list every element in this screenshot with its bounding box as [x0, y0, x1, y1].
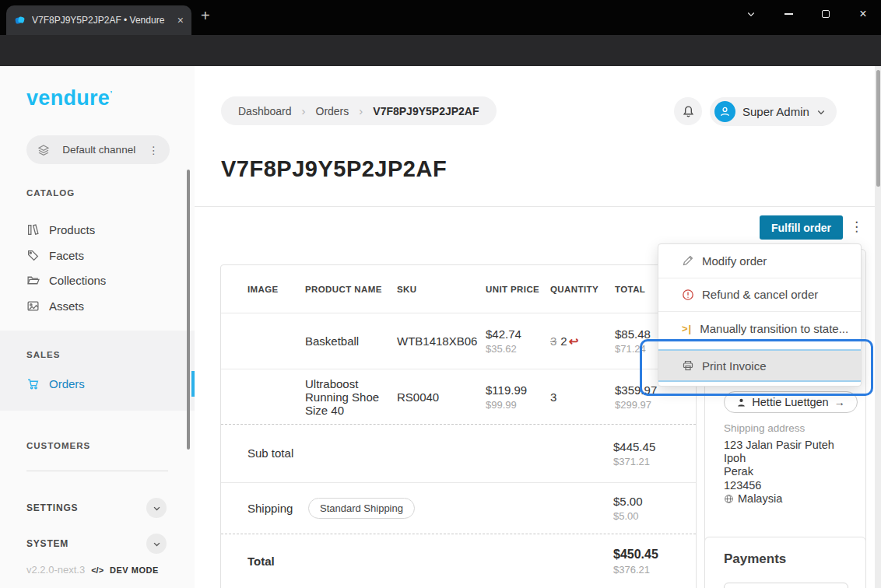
- shipping-method-badge: Standard Shipping: [308, 498, 415, 519]
- tab-title: V7F8PJ9Y5P2JP2AF • Vendure: [32, 15, 171, 26]
- address-country: Malaysia: [738, 492, 782, 506]
- address-city: Ipoh: [724, 452, 834, 465]
- subtotal-net: $371.21: [613, 456, 696, 467]
- unit-price-net: $99.99: [486, 399, 550, 411]
- subtotal-label: Sub total: [247, 445, 302, 462]
- total-net: $376.21: [613, 564, 696, 576]
- col-unit-price: UNIT PRICE: [486, 285, 550, 294]
- quantity: 3: [550, 390, 615, 404]
- chevron-down-icon[interactable]: [146, 498, 167, 518]
- sidebar-item-facets[interactable]: Facets: [0, 243, 195, 268]
- product-sku: RS0040: [397, 390, 486, 404]
- payment-detail-box: [724, 583, 848, 588]
- folder-icon: [26, 274, 40, 287]
- window-minimize-button[interactable]: [775, 3, 802, 25]
- highlight-annotation-box: [640, 339, 873, 396]
- channel-selector[interactable]: Default channel ⋮: [26, 135, 170, 164]
- product-name[interactable]: Basketball: [305, 334, 397, 348]
- chevron-down-icon: [816, 107, 826, 117]
- section-label-customers: CUSTOMERS: [26, 441, 90, 450]
- sidebar-item-products[interactable]: Products: [0, 217, 195, 243]
- header-divider: [195, 206, 875, 207]
- modified-quantity-icon: ↩: [569, 334, 579, 348]
- image-icon: [26, 299, 40, 313]
- bell-icon: [682, 105, 695, 118]
- col-quantity: QUANTITY: [550, 285, 615, 294]
- app-sidebar: vendureʼ Default channel ⋮ CATALOG Produ…: [0, 66, 195, 588]
- unit-price: $119.99: [486, 383, 550, 397]
- sidebar-item-orders[interactable]: Orders: [0, 371, 195, 397]
- shipping-address-label: Shipping address: [724, 422, 805, 434]
- new-tab-button[interactable]: +: [201, 7, 210, 25]
- quantity-new: 2: [560, 334, 567, 348]
- sidebar-scrollbar[interactable]: [187, 170, 190, 450]
- chevron-down-icon[interactable]: [146, 534, 167, 554]
- product-name[interactable]: Ultraboost Running Shoe Size 40: [305, 377, 397, 417]
- globe-icon: [724, 494, 734, 504]
- shipping-row: Shipping Standard Shipping $5.00 $5.00: [221, 482, 696, 534]
- channel-name: Default channel: [58, 144, 141, 156]
- alert-circle-icon: [682, 289, 694, 301]
- shipping-amount: $5.00: [613, 495, 696, 508]
- person-icon: [736, 397, 746, 408]
- customer-name: Hettie Luettgen: [752, 396, 828, 408]
- browser-toolbar: localhost:3000/admin/orders/3: [0, 35, 881, 66]
- arrow-right-icon: →: [834, 396, 845, 408]
- browser-tab[interactable]: V7F8PJ9Y5P2JP2AF • Vendure ×: [6, 5, 191, 35]
- app-version: v2.2.0-next.3: [26, 564, 85, 576]
- payments-title: Payments: [724, 551, 786, 567]
- unit-price-net: $35.62: [486, 343, 550, 355]
- sidebar-item-assets[interactable]: Assets: [0, 293, 195, 319]
- product-sku: WTB1418XB06: [397, 334, 486, 348]
- window-maximize-button[interactable]: [813, 3, 839, 25]
- products-icon: [26, 223, 40, 236]
- address-postal: 123456: [724, 479, 834, 492]
- page-scrollbar[interactable]: [875, 66, 881, 588]
- menu-item-refund-cancel[interactable]: Refund & cancel order: [658, 278, 861, 313]
- sidebar-group-settings[interactable]: SETTINGS: [0, 496, 195, 520]
- user-avatar: [714, 101, 735, 122]
- col-image: IMAGE: [247, 285, 305, 294]
- breadcrumb-current: V7F8PJ9Y5P2JP2AF: [373, 105, 479, 117]
- transition-icon: >|: [682, 323, 692, 334]
- breadcrumb-dashboard[interactable]: Dashboard: [238, 105, 292, 117]
- table-row: Ultraboost Running Shoe Size 40 RS0040 $…: [221, 369, 696, 424]
- order-actions-kebab-icon[interactable]: ⋮: [850, 217, 863, 237]
- user-menu[interactable]: Super Admin: [710, 97, 837, 126]
- tab-search-chevron-icon[interactable]: [738, 3, 764, 25]
- shipping-address: 123 Jalan Pasir Puteh Ipoh Perak 123456 …: [724, 439, 834, 506]
- col-sku: SKU: [397, 285, 486, 294]
- order-lines-card: IMAGE PRODUCT NAME SKU UNIT PRICE QUANTI…: [220, 264, 697, 588]
- vendure-logo[interactable]: vendureʼ: [26, 86, 113, 110]
- unit-price: $42.74: [486, 327, 550, 341]
- pencil-icon: [682, 254, 694, 267]
- breadcrumb-orders[interactable]: Orders: [316, 105, 349, 117]
- quantity-old: 3: [550, 334, 556, 348]
- sidebar-group-system[interactable]: SYSTEM: [0, 532, 195, 555]
- sidebar-item-collections[interactable]: Collections: [0, 268, 195, 293]
- tag-icon: [26, 249, 40, 262]
- address-province: Perak: [724, 465, 834, 478]
- window-close-button[interactable]: ×: [850, 3, 876, 25]
- section-label-sales: SALES: [26, 350, 60, 359]
- menu-item-modify-order[interactable]: Modify order: [658, 244, 861, 278]
- channel-kebab-icon[interactable]: ⋮: [149, 144, 160, 156]
- layers-icon: [37, 144, 50, 156]
- vendure-favicon-icon: [14, 15, 26, 26]
- total-label: Total: [247, 553, 302, 570]
- user-name: Super Admin: [742, 105, 809, 118]
- fulfill-order-button[interactable]: Fulfill order: [760, 215, 843, 240]
- page-title: V7F8PJ9Y5P2JP2AF: [221, 156, 447, 182]
- browser-tab-strip: V7F8PJ9Y5P2JP2AF • Vendure × + ×: [0, 0, 881, 35]
- scrollbar-thumb[interactable]: [876, 70, 880, 187]
- tab-close-icon[interactable]: ×: [177, 15, 184, 26]
- line-total-net: $299.97: [615, 399, 696, 411]
- shipping-label: Shipping: [247, 500, 302, 517]
- notifications-button[interactable]: [674, 97, 702, 125]
- total-amount: $450.45: [613, 548, 696, 562]
- sidebar-divider: [26, 471, 168, 471]
- main-content: Dashboard › Orders › V7F8PJ9Y5P2JP2AF Su…: [195, 66, 875, 588]
- sidebar-footer: v2.2.0-next.3 </> DEV MODE: [26, 564, 159, 576]
- cart-icon: [26, 377, 40, 390]
- col-product-name: PRODUCT NAME: [305, 285, 397, 294]
